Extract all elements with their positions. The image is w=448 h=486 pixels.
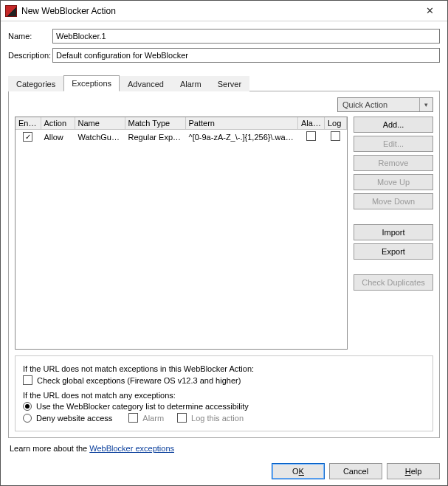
- row-match-type: Regular Expres...: [125, 130, 185, 145]
- row-enabled-checkbox[interactable]: [23, 132, 32, 142]
- check-global-checkbox[interactable]: [23, 375, 32, 385]
- col-log[interactable]: Log: [325, 117, 347, 130]
- remove-button[interactable]: Remove: [354, 155, 433, 171]
- opt-deny-row: Deny website access Alarm Log this actio…: [23, 413, 425, 423]
- opt-use-list-row: Use the WebBlocker category list to dete…: [23, 402, 425, 411]
- deny-alarm-label: Alarm: [142, 414, 164, 423]
- name-row: Name:: [8, 29, 440, 44]
- move-down-button[interactable]: Move Down: [354, 193, 433, 209]
- col-alarm[interactable]: Alarm: [298, 117, 325, 130]
- name-input[interactable]: [52, 29, 440, 44]
- row-name: WatchGuard: [75, 130, 125, 145]
- quick-action-row: Quick Action ▾: [15, 97, 433, 112]
- no-match-group: If the URL does not match exceptions in …: [15, 355, 433, 431]
- move-up-button[interactable]: Move Up: [354, 174, 433, 190]
- tab-alarm[interactable]: Alarm: [172, 76, 210, 91]
- tab-advanced[interactable]: Advanced: [120, 76, 172, 91]
- footer: OK Cancel Help: [1, 457, 447, 485]
- import-button[interactable]: Import: [354, 224, 433, 240]
- col-pattern[interactable]: Pattern: [185, 117, 298, 130]
- tab-page-exceptions: Quick Action ▾ Enabl... Action: [8, 91, 440, 438]
- chevron-down-icon: ▾: [419, 98, 433, 111]
- cancel-button[interactable]: Cancel: [329, 463, 382, 479]
- add-button[interactable]: Add...: [354, 117, 433, 133]
- mid-row: Enabl... Action Name Match Type Pattern …: [15, 117, 433, 350]
- learn-prefix: Learn more about the: [10, 444, 89, 453]
- tab-categories[interactable]: Categories: [8, 76, 63, 91]
- ok-button[interactable]: OK: [272, 463, 325, 479]
- description-input[interactable]: [52, 48, 440, 63]
- deny-radio[interactable]: [23, 414, 32, 423]
- check-global-row: Check global exceptions (Fireware OS v12…: [23, 375, 425, 385]
- table-header-row: Enabl... Action Name Match Type Pattern …: [15, 117, 347, 130]
- tab-exceptions[interactable]: Exceptions: [63, 75, 120, 91]
- table-row[interactable]: Allow WatchGuard Regular Expres... ^[0-9…: [15, 130, 347, 145]
- close-button[interactable]: ✕: [418, 3, 441, 19]
- col-match-type[interactable]: Match Type: [125, 117, 185, 130]
- deny-alarm-checkbox[interactable]: [128, 413, 138, 423]
- no-match-line2: If the URL does not match any exceptions…: [23, 391, 425, 400]
- export-button[interactable]: Export: [354, 243, 433, 260]
- content-area: Name: Description: Categories Exceptions…: [1, 21, 447, 457]
- app-icon: [5, 5, 17, 17]
- check-duplicates-button[interactable]: Check Duplicates: [354, 274, 433, 291]
- name-label: Name:: [8, 32, 52, 41]
- use-list-radio[interactable]: [23, 402, 32, 411]
- col-action[interactable]: Action: [41, 117, 75, 130]
- col-enabled[interactable]: Enabl...: [15, 117, 41, 130]
- deny-log-checkbox[interactable]: [177, 413, 187, 423]
- learn-more: Learn more about the WebBlocker exceptio…: [10, 444, 438, 453]
- quick-action-select[interactable]: Quick Action ▾: [337, 97, 433, 112]
- tabstrip: Categories Exceptions Advanced Alarm Ser…: [8, 74, 440, 91]
- row-alarm-checkbox[interactable]: [306, 131, 316, 141]
- button-column: Add... Edit... Remove Move Up Move Down …: [354, 117, 433, 350]
- row-log-checkbox[interactable]: [331, 131, 340, 141]
- learn-link[interactable]: WebBlocker exceptions: [89, 444, 174, 453]
- titlebar: New WebBlocker Action ✕: [1, 1, 447, 21]
- help-button[interactable]: Help: [387, 463, 440, 479]
- col-name[interactable]: Name: [75, 117, 125, 130]
- no-match-line1: If the URL does not match exceptions in …: [23, 364, 425, 373]
- edit-button[interactable]: Edit...: [354, 136, 433, 152]
- row-action: Allow: [41, 130, 75, 145]
- quick-action-label: Quick Action: [342, 100, 387, 109]
- deny-log-label: Log this action: [191, 414, 244, 423]
- dialog-window: New WebBlocker Action ✕ Name: Descriptio…: [0, 0, 448, 486]
- description-row: Description:: [8, 48, 440, 63]
- exceptions-table[interactable]: Enabl... Action Name Match Type Pattern …: [15, 117, 348, 350]
- use-list-label: Use the WebBlocker category list to dete…: [36, 402, 249, 411]
- description-label: Description:: [8, 51, 52, 60]
- row-pattern: ^[0-9a-zA-Z_\-.]{1,256}\.watchguard\.c..…: [185, 130, 298, 145]
- check-global-label: Check global exceptions (Fireware OS v12…: [37, 376, 241, 385]
- tab-server[interactable]: Server: [210, 76, 249, 91]
- window-title: New WebBlocker Action: [21, 6, 418, 16]
- deny-label: Deny website access: [36, 414, 112, 423]
